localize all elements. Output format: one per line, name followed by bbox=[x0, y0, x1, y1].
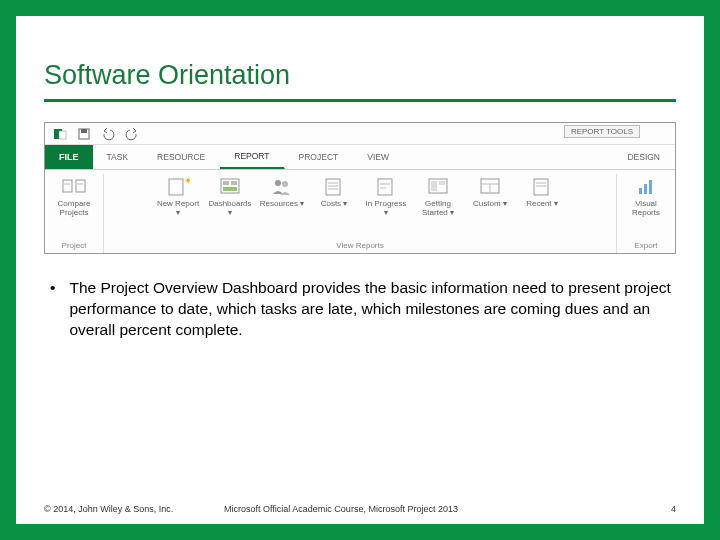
footer-page-number: 4 bbox=[671, 504, 676, 514]
svg-rect-34 bbox=[649, 180, 652, 194]
svg-rect-1 bbox=[59, 131, 66, 139]
group-label-view-reports: View Reports bbox=[336, 239, 383, 253]
svg-rect-5 bbox=[76, 180, 85, 192]
resources-button[interactable]: Resources ▾ bbox=[259, 174, 305, 209]
redo-icon[interactable] bbox=[125, 127, 139, 141]
slide-footer: © 2014, John Wiley & Sons, Inc. Microsof… bbox=[44, 504, 676, 514]
custom-icon bbox=[478, 176, 502, 198]
group-label-project: Project bbox=[62, 239, 87, 253]
svg-point-14 bbox=[275, 180, 281, 186]
ribbon-screenshot: REPORT TOOLS FILE TASK RESOURCE REPORT P… bbox=[44, 122, 676, 254]
compare-label: Compare Projects bbox=[51, 200, 97, 218]
title-underline bbox=[44, 99, 676, 102]
chevron-down-icon: ▾ bbox=[450, 208, 454, 217]
project-app-icon bbox=[53, 127, 67, 141]
compare-projects-button[interactable]: Compare Projects bbox=[51, 174, 97, 218]
custom-label: Custom ▾ bbox=[473, 200, 507, 209]
ribbon-body: Compare Projects Project ✦ New Report ▾ bbox=[45, 169, 675, 253]
tab-report[interactable]: REPORT bbox=[220, 145, 284, 169]
tab-project[interactable]: PROJECT bbox=[285, 145, 354, 169]
chevron-down-icon: ▾ bbox=[503, 199, 507, 208]
tab-view[interactable]: VIEW bbox=[353, 145, 404, 169]
custom-button[interactable]: Custom ▾ bbox=[467, 174, 513, 209]
progress-button[interactable]: In Progress ▾ bbox=[363, 174, 409, 218]
report-tools-header: REPORT TOOLS bbox=[564, 125, 640, 138]
chevron-down-icon: ▾ bbox=[343, 199, 347, 208]
progress-icon bbox=[374, 176, 398, 198]
svg-rect-16 bbox=[326, 179, 340, 195]
dashboards-button[interactable]: Dashboards ▾ bbox=[207, 174, 253, 218]
undo-icon[interactable] bbox=[101, 127, 115, 141]
costs-icon bbox=[322, 176, 346, 198]
dashboards-label: Dashboards ▾ bbox=[207, 200, 253, 218]
svg-rect-20 bbox=[378, 179, 392, 195]
svg-rect-13 bbox=[223, 187, 237, 191]
svg-rect-29 bbox=[534, 179, 548, 195]
footer-copyright: © 2014, John Wiley & Sons, Inc. bbox=[44, 504, 173, 514]
svg-rect-11 bbox=[223, 181, 229, 185]
svg-rect-32 bbox=[639, 188, 642, 194]
resources-label: Resources ▾ bbox=[260, 200, 304, 209]
svg-rect-3 bbox=[81, 129, 87, 133]
costs-label: Costs ▾ bbox=[321, 200, 348, 209]
recent-icon bbox=[530, 176, 554, 198]
svg-rect-12 bbox=[231, 181, 237, 185]
bullet-marker: • bbox=[50, 278, 55, 341]
group-export: Visual Reports Export bbox=[617, 174, 675, 253]
svg-rect-25 bbox=[439, 181, 445, 185]
svg-rect-24 bbox=[431, 181, 437, 191]
chevron-down-icon: ▾ bbox=[384, 208, 388, 217]
visual-reports-icon bbox=[634, 176, 658, 198]
svg-rect-8 bbox=[169, 179, 183, 195]
slide-container: Software Orientation REPORT TOOLS FILE T… bbox=[0, 0, 720, 540]
svg-text:✦: ✦ bbox=[184, 176, 190, 186]
new-report-icon: ✦ bbox=[166, 176, 190, 198]
resources-icon bbox=[270, 176, 294, 198]
save-icon[interactable] bbox=[77, 127, 91, 141]
costs-button[interactable]: Costs ▾ bbox=[311, 174, 357, 209]
slide-title: Software Orientation bbox=[44, 44, 676, 91]
chevron-down-icon: ▾ bbox=[228, 208, 232, 217]
bullet-content: The Project Overview Dashboard provides … bbox=[69, 278, 676, 341]
group-view-reports: ✦ New Report ▾ Dashboards ▾ bbox=[104, 174, 617, 253]
svg-rect-4 bbox=[63, 180, 72, 192]
recent-button[interactable]: Recent ▾ bbox=[519, 174, 565, 209]
group-label-export: Export bbox=[634, 239, 657, 253]
tab-resource[interactable]: RESOURCE bbox=[143, 145, 220, 169]
footer-course: Microsoft Official Academic Course, Micr… bbox=[224, 504, 458, 514]
tab-design[interactable]: DESIGN bbox=[613, 145, 675, 169]
chevron-down-icon: ▾ bbox=[300, 199, 304, 208]
bullet-point: • The Project Overview Dashboard provide… bbox=[44, 278, 676, 341]
started-button[interactable]: Getting Started ▾ bbox=[415, 174, 461, 218]
visual-reports-button[interactable]: Visual Reports bbox=[623, 174, 669, 218]
chevron-down-icon: ▾ bbox=[176, 208, 180, 217]
group-project: Compare Projects Project bbox=[45, 174, 104, 253]
visual-reports-label: Visual Reports bbox=[623, 200, 669, 218]
svg-rect-33 bbox=[644, 184, 647, 194]
new-report-button[interactable]: ✦ New Report ▾ bbox=[155, 174, 201, 218]
progress-label: In Progress ▾ bbox=[363, 200, 409, 218]
compare-icon bbox=[62, 176, 86, 198]
started-label: Getting Started ▾ bbox=[415, 200, 461, 218]
recent-label: Recent ▾ bbox=[526, 200, 558, 209]
chevron-down-icon: ▾ bbox=[554, 199, 558, 208]
new-report-label: New Report ▾ bbox=[155, 200, 201, 218]
dashboards-icon bbox=[218, 176, 242, 198]
svg-point-15 bbox=[282, 181, 288, 187]
ribbon-tabs: FILE TASK RESOURCE REPORT PROJECT VIEW D… bbox=[45, 145, 675, 169]
started-icon bbox=[426, 176, 450, 198]
file-tab[interactable]: FILE bbox=[45, 145, 93, 169]
tab-task[interactable]: TASK bbox=[93, 145, 144, 169]
